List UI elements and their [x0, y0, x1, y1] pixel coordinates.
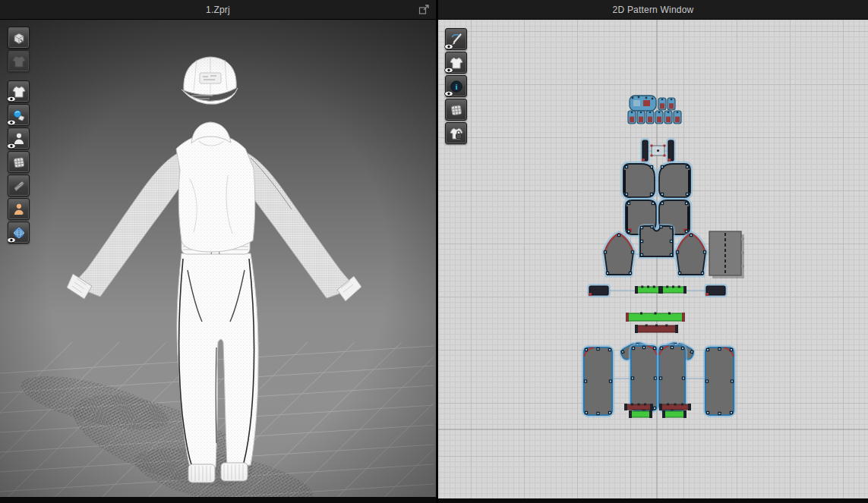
ankle-cuff-right[interactable] — [662, 410, 687, 418]
cap-gore[interactable] — [655, 111, 663, 124]
waistband[interactable] — [626, 313, 685, 322]
eye-icon — [7, 96, 16, 102]
eye-icon — [444, 43, 453, 50]
pattern-lock-button[interactable] — [445, 122, 467, 144]
avatar-shadow — [17, 366, 318, 498]
sleeve-left[interactable] — [604, 234, 634, 275]
cuff-left[interactable] — [589, 286, 608, 296]
3d-viewport[interactable] — [0, 20, 436, 503]
cap-logo-patch — [200, 73, 221, 83]
garment-cap[interactable] — [181, 57, 238, 104]
garment-ghost-button[interactable] — [8, 50, 30, 72]
2d-viewport[interactable]: i — [438, 20, 868, 503]
cuff-right[interactable] — [705, 286, 725, 296]
pant-back-left[interactable] — [584, 347, 612, 415]
view-3d-box-button[interactable] — [8, 27, 30, 49]
cap-gore[interactable] — [658, 98, 666, 110]
hood-back-folded[interactable] — [709, 231, 744, 278]
cap-gore[interactable] — [637, 111, 645, 124]
sleeve-right[interactable] — [676, 234, 706, 275]
cloth-texture-button[interactable] — [8, 174, 30, 196]
waistband-facing[interactable] — [635, 325, 678, 334]
eye-icon — [444, 67, 453, 74]
mesh-visibility-button[interactable] — [445, 99, 467, 121]
3d-window-title: 1.Zprj — [206, 5, 230, 15]
cap-gore[interactable] — [664, 111, 672, 124]
garment-visibility-button[interactable] — [8, 80, 30, 102]
cap-gore[interactable] — [668, 98, 675, 110]
pant-front-left[interactable] — [631, 346, 657, 410]
clo3d-app: 1.Zprj — [0, 0, 868, 503]
cap-strap-connector[interactable] — [650, 144, 666, 157]
avatar-display-icon — [11, 202, 27, 217]
mesh-visibility-icon — [11, 155, 27, 170]
garment-sleeve-right[interactable] — [242, 152, 361, 301]
mesh-visibility-icon — [449, 102, 464, 118]
2d-toolbar: i — [445, 28, 467, 146]
cap-panel-top-left[interactable] — [623, 164, 655, 197]
view-3d-box-icon — [11, 30, 27, 46]
avatar-display-button[interactable] — [8, 198, 30, 220]
cap-strap-right[interactable] — [668, 140, 674, 162]
cap-strap-left[interactable] — [642, 140, 648, 162]
neck-binding-right[interactable] — [660, 286, 687, 294]
cap-panel-top-right[interactable] — [659, 164, 690, 197]
cap-crown-blob[interactable] — [630, 96, 656, 111]
3d-toolbar — [8, 27, 30, 245]
2d-window-titlebar: 2D Pattern Window — [438, 0, 868, 20]
eye-icon — [7, 237, 16, 244]
pattern-lock-icon — [449, 126, 464, 141]
2d-window-title: 2D Pattern Window — [613, 5, 694, 15]
cap-gore[interactable] — [628, 111, 636, 124]
2d-pattern-window: 2D Pattern Window i — [438, 0, 868, 503]
eye-icon — [444, 90, 453, 97]
garment-hoodie-body[interactable] — [176, 122, 255, 252]
ankle-binding-right[interactable] — [659, 404, 691, 411]
ankle-cuff-left[interactable] — [629, 410, 652, 418]
hood-bodice[interactable] — [640, 225, 673, 256]
cloth-texture-icon — [11, 178, 27, 193]
ankle-binding-left[interactable] — [624, 404, 653, 411]
environment-visibility-button[interactable] — [8, 222, 30, 244]
pant-back-right[interactable] — [705, 347, 734, 415]
3d-window-titlebar: 1.Zprj — [0, 0, 436, 20]
3d-window: 1.Zprj — [0, 0, 438, 503]
arrangement-points-button[interactable] — [8, 104, 30, 126]
pant-front-right[interactable] — [659, 346, 685, 410]
garment-sleeve-left[interactable] — [67, 152, 183, 299]
svg-text:i: i — [455, 82, 457, 91]
garment-ghost-icon — [11, 54, 27, 69]
garment-fit-visibility-button[interactable] — [445, 52, 467, 74]
cap-gore[interactable] — [674, 111, 681, 124]
seamline-visibility-button[interactable] — [445, 28, 467, 50]
eye-icon — [7, 143, 16, 149]
pattern-info-visibility-button[interactable]: i — [445, 75, 467, 97]
cap-gore[interactable] — [646, 111, 654, 124]
mesh-visibility-button[interactable] — [8, 151, 30, 173]
avatar-visibility-button[interactable] — [8, 127, 30, 149]
eye-icon — [7, 119, 16, 126]
neck-binding-left[interactable] — [635, 286, 661, 294]
popout-icon[interactable] — [418, 4, 430, 15]
